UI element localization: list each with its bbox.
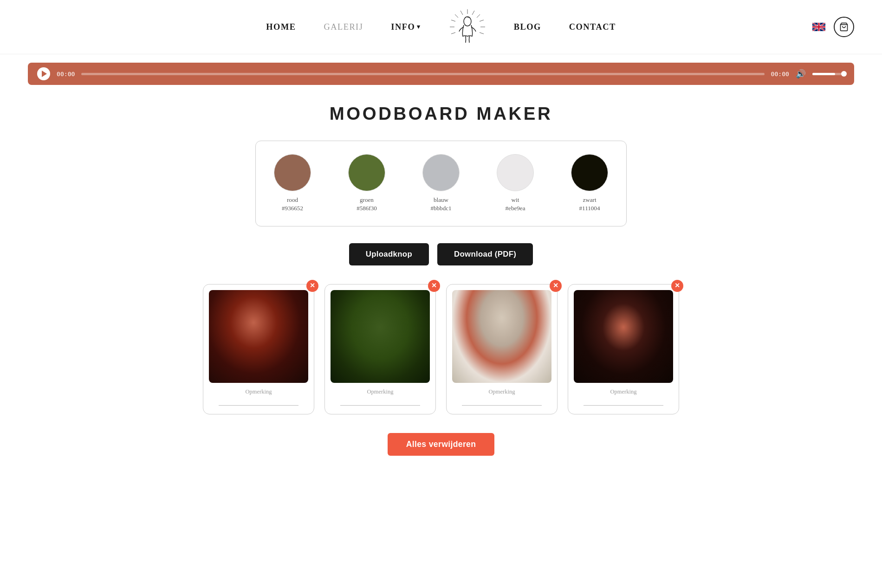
volume-track[interactable]	[812, 73, 845, 75]
swatch-label-zwart: zwart#111004	[579, 196, 600, 213]
card-input-3[interactable]	[462, 398, 541, 406]
nav-right-controls	[812, 17, 854, 37]
nav-gallery[interactable]: GALERIJ	[324, 22, 363, 32]
action-buttons: Uploadknop Download (PDF)	[28, 243, 854, 265]
page-title: MOODBOARD MAKER	[28, 103, 854, 124]
bottom-buttons: Alles verwijderen	[28, 433, 854, 456]
nav-blog[interactable]: BLOG	[514, 22, 541, 32]
card-image-4	[574, 290, 673, 383]
swatch-label-blauw: blauw#bbbdc1	[430, 196, 451, 213]
upload-button[interactable]: Uploadknop	[349, 243, 429, 265]
info-chevron-icon: ▾	[417, 23, 421, 31]
swatch-label-wit: wit#ebe9ea	[506, 196, 525, 213]
play-icon	[42, 71, 47, 77]
swatch-circle-wit	[497, 154, 534, 191]
svg-line-1	[472, 11, 474, 15]
navbar: HOME GALERIJ INFO ▾	[0, 0, 882, 54]
nav-contact[interactable]: CONTACT	[569, 22, 616, 32]
card-input-2[interactable]	[340, 398, 420, 406]
delete-all-button[interactable]: Alles verwijderen	[388, 433, 495, 456]
nav-info[interactable]: INFO ▾	[391, 22, 421, 32]
card-2: ✕ Opmerking	[324, 284, 436, 414]
swatch-label-groen: groen#586f30	[357, 196, 377, 213]
card-3: ✕ Opmerking	[446, 284, 558, 414]
time-total: 00:00	[771, 71, 789, 78]
card-input-1[interactable]	[219, 398, 298, 406]
color-swatch-groen[interactable]: groen#586f30	[348, 154, 385, 213]
audio-player: 00:00 00:00 🔊	[28, 63, 854, 85]
volume-fill	[812, 73, 835, 75]
card-input-4[interactable]	[584, 398, 663, 406]
volume-knob	[841, 71, 847, 77]
mute-icon[interactable]: 🔊	[796, 69, 806, 79]
download-button[interactable]: Download (PDF)	[437, 243, 533, 265]
close-button-1[interactable]: ✕	[306, 280, 318, 292]
card-image-2	[331, 290, 430, 383]
card-note-3: Opmerking	[452, 388, 551, 395]
nav-home[interactable]: HOME	[266, 22, 296, 32]
svg-point-11	[464, 17, 471, 26]
color-swatch-blauw[interactable]: blauw#bbbdc1	[422, 154, 460, 213]
cart-button[interactable]	[834, 17, 854, 37]
flag-icon[interactable]	[812, 23, 825, 31]
card-4: ✕ Opmerking	[568, 284, 679, 414]
swatch-circle-zwart	[571, 154, 608, 191]
swatch-circle-groen	[348, 154, 385, 191]
svg-line-3	[480, 20, 484, 21]
main-content: MOODBOARD MAKER rood#936652 groen#586f30…	[0, 85, 882, 484]
close-button-4[interactable]: ✕	[671, 280, 683, 292]
svg-line-5	[480, 32, 484, 34]
card-note-2: Opmerking	[331, 388, 430, 395]
color-swatch-wit[interactable]: wit#ebe9ea	[497, 154, 534, 213]
cards-row: ✕ Opmerking ✕ Opmerking ✕ Opmerking ✕ Op…	[28, 284, 854, 414]
svg-line-10	[451, 32, 455, 34]
card-note-4: Opmerking	[574, 388, 673, 395]
color-swatch-zwart[interactable]: zwart#111004	[571, 154, 608, 213]
progress-track[interactable]	[81, 73, 764, 75]
svg-line-7	[455, 14, 458, 18]
palette-box: rood#936652 groen#586f30 blauw#bbbdc1 wi…	[255, 141, 627, 226]
card-image-3	[452, 290, 551, 383]
nav-logo[interactable]	[449, 8, 486, 45]
card-note-1: Opmerking	[209, 388, 308, 395]
card-1: ✕ Opmerking	[203, 284, 314, 414]
swatch-circle-rood	[274, 154, 311, 191]
swatch-label-rood: rood#936652	[282, 196, 303, 213]
close-button-3[interactable]: ✕	[550, 280, 562, 292]
time-current: 00:00	[57, 71, 75, 78]
svg-line-8	[451, 20, 455, 21]
close-button-2[interactable]: ✕	[428, 280, 440, 292]
svg-line-2	[477, 14, 480, 18]
swatch-circle-blauw	[422, 154, 460, 191]
card-image-1	[209, 290, 308, 383]
color-swatch-rood[interactable]: rood#936652	[274, 154, 311, 213]
svg-line-6	[460, 11, 463, 15]
play-button[interactable]	[37, 67, 50, 80]
